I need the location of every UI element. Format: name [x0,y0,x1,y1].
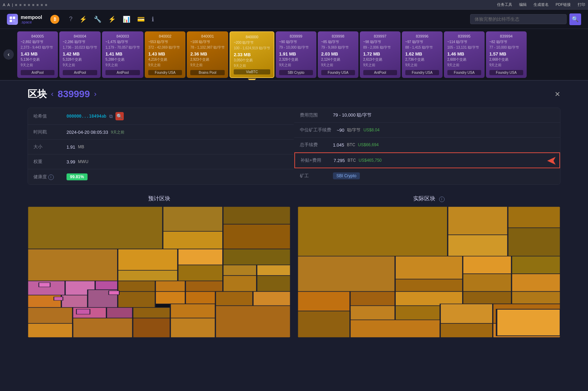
svg-rect-59 [297,291,350,311]
copy-icon[interactable]: ⧉ [109,113,113,119]
svg-rect-5 [163,207,223,231]
block-card[interactable]: 839997 ~98 聪/字节 89 - 2,006 聪/字节 1.72 MB … [360,31,401,78]
toolbar-item[interactable]: ≡ [45,3,47,7]
block-card[interactable]: 839995 ~114 聪/字节 105 - 13,131 聪/字节 1.46 … [444,31,485,78]
health-label: 健康度 i [33,174,61,180]
health-info-icon[interactable]: i [48,174,54,180]
block-card[interactable]: 839994 ~82 聪/字节 77 - 10,000 聪/字节 1.57 MB… [486,31,527,78]
block-fee-range: 89 - 2,006 聪/字节 [363,45,397,50]
svg-rect-24 [257,275,291,291]
search-button[interactable]: 🔍 [569,13,581,25]
toolbar-item[interactable]: A [3,3,5,7]
svg-rect-46 [109,291,119,294]
block-card[interactable]: 840001 ~100 聪/字节 78 - 1,102,987 聪/字节 2.3… [187,31,228,78]
nav-icon-help[interactable]: ? [69,16,72,23]
block-card[interactable]: 839996 ~97 聪/字节 88 - 1,415 聪/字节 1.62 MB … [402,31,443,78]
next-block-button[interactable]: › [94,90,97,99]
block-txs: 2,668个交易 [489,57,523,62]
nav-icon-wrench[interactable]: 🔧 [94,16,101,23]
search-input[interactable] [470,14,567,24]
block-card[interactable]: 840005 ~2,892 聪/字节 2,373 - 9,443 聪/字节 1.… [17,31,58,78]
svg-rect-10 [118,249,178,270]
toolbar-item[interactable]: ≡ [37,3,39,7]
logo-area[interactable]: mempool .space [7,14,42,25]
svg-rect-43 [39,283,50,287]
toolbar-item[interactable]: ≡ [41,3,43,7]
total-fee-label: 总手续费 [300,142,327,148]
hash-row: 哈希值 000000...18494ab ⧉ 🔍 [28,108,294,125]
block-fee-range: 77 - 10,000 聪/字节 [489,45,523,50]
toolbar-menu-edit[interactable]: 编辑 [519,2,527,7]
block-size: 1.46 MB [447,51,481,57]
block-number: 839994 [489,34,523,38]
toolbar-item[interactable]: ≡ [23,3,26,7]
block-size: 1.43 MB [148,51,182,57]
hash-value: 000000...18494ab [67,114,107,119]
svg-rect-35 [170,304,215,318]
svg-rect-13 [118,270,178,281]
block-fee-rate: ~2,286 聪/字节 [63,40,97,44]
block-card[interactable]: 839998 ~85 聪/字节 79 - 9,069 聪/字节 2.03 MB … [318,31,358,78]
block-card[interactable]: 840000 ~200 聪/字节 100 - 1,624,919 聪/字节 2.… [230,31,274,78]
sections-grid: 预计区块 [28,195,560,338]
block-card[interactable]: 839999 ~90 聪/字节 79 - 10,000 聪/字节 1.91 MB… [276,31,316,78]
actual-treemap-svg [297,207,560,338]
miner-badge: SBI Crypto [333,172,360,179]
search-area: 🔍 [470,13,581,25]
health-value: 99.81% [67,173,88,180]
block-fee-rate: ~553 聪/字节 [148,40,182,44]
toolbar-menu-tasks[interactable]: 任务工具 [497,2,512,7]
nav-icon-info[interactable]: ℹ [152,16,154,23]
svg-rect-50 [448,235,508,256]
btc-badge[interactable]: ₿ [50,15,59,24]
actual-info-icon[interactable]: i [439,197,445,202]
toolbar-menu-sign[interactable]: 生成签名 [534,2,549,7]
prev-block-button[interactable]: ‹ [51,90,53,99]
back-button[interactable]: ‹ [3,49,14,60]
block-size: 1.43 MB [21,51,54,57]
block-number: 839997 [363,34,397,38]
total-fee-row: 总手续费 1.045 BTC US$66,694 [294,138,560,152]
block-age: 9天之前 [190,63,225,68]
block-card[interactable]: 840002 ~553 聪/字节 372 - 42,069 聪/字节 1.43 … [145,31,185,78]
nav-icon-flash[interactable]: ⚡ [108,16,116,23]
toolbar-item[interactable]: ≡ [19,3,21,7]
block-fee-range: 1,179 - 70,057 聪/字节 [105,45,140,50]
block-title-label: 区块 [28,88,47,101]
block-txs: 5,328个交易 [63,57,97,62]
block-fee-range: 100 - 1,624,919 聪/字节 [234,46,270,51]
toolbar-item[interactable]: ≡ [28,3,30,7]
toolbar-item[interactable]: ≡ [15,3,17,7]
total-fee-usd: US$66,694 [358,142,379,147]
svg-rect-12 [223,249,291,265]
hash-value-container: 000000...18494ab ⧉ 🔍 [67,112,124,120]
block-size: 2.36 MB [190,51,225,57]
detail-grid: 哈希值 000000...18494ab ⧉ 🔍 时间戳 2024-04-20 … [28,108,560,185]
svg-rect-26 [61,295,88,308]
block-txs: 2,736个交易 [405,57,439,62]
close-button[interactable]: ✕ [555,90,560,98]
time-label: 时间戳 [33,129,61,135]
block-fee-rate: ~90 聪/字节 [279,40,313,44]
block-fee-range: 2,373 - 9,443 聪/字节 [21,45,54,50]
svg-rect-20 [118,281,155,292]
toolbar-item[interactable]: A [7,3,10,7]
svg-rect-70 [440,323,493,338]
search-hash-button[interactable]: 🔍 [115,112,124,120]
toolbar-menu-pdf[interactable]: PDF链接 [556,2,571,7]
nav-icon-chart[interactable]: 📊 [123,16,130,23]
block-size: 1.42 MB [63,51,97,57]
block-card[interactable]: 840003 ~1,475 聪/字节 1,179 - 70,057 聪/字节 1… [102,31,143,78]
top-toolbar: A A | ≡ ≡ ≡ ≡ ≡ ≡ ≡ ≡ 任务工具 编辑 生成签名 PDF链接… [0,0,588,10]
toolbar-item[interactable]: ≡ [32,3,34,7]
subsidy-label: 补贴+费用 [301,157,328,163]
toolbar-menu-print[interactable]: 打印 [578,2,585,7]
svg-rect-22 [185,281,223,292]
block-card[interactable]: 840004 ~2,286 聪/字节 1,736 - 10,023 聪/字节 1… [59,31,101,78]
block-number: 840002 [148,34,182,38]
nav-icon-wallet[interactable]: 💳 [137,16,145,23]
fee-range-label: 费用范围 [300,112,327,118]
nav-icon-lightning[interactable]: ⚡ [79,16,87,23]
predicted-title: 预计区块 [28,195,291,202]
block-size: 1.57 MB [489,51,523,57]
